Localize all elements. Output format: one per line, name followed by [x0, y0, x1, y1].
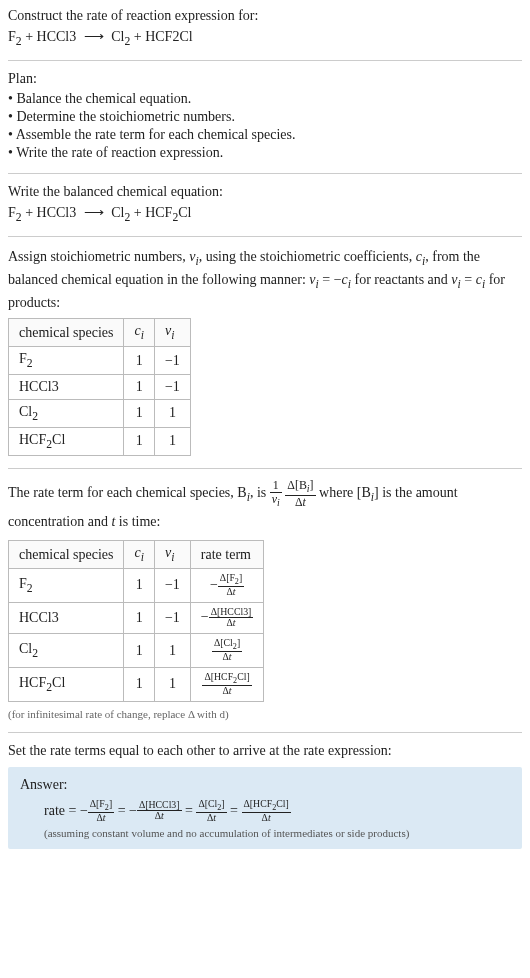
cell-nu: −1	[154, 347, 190, 375]
divider	[8, 468, 522, 469]
cell-species: F2	[9, 568, 124, 602]
th-c: ci	[124, 541, 154, 569]
th-rate: rate term	[190, 541, 264, 569]
final-section: Set the rate terms equal to each other t…	[8, 743, 522, 850]
divider	[8, 732, 522, 733]
cell-rate: Δ[HCF2Cl]Δt	[190, 667, 264, 701]
balanced-heading: Write the balanced chemical equation:	[8, 184, 522, 200]
balanced-equation: F2 + HCCl3 ⟶ Cl2 + HCF2Cl	[8, 204, 522, 224]
divider	[8, 236, 522, 237]
cell-c: 1	[124, 667, 154, 701]
th-nu: νi	[154, 319, 190, 347]
cell-rate: −Δ[HCCl3]Δt	[190, 602, 264, 634]
divider	[8, 173, 522, 174]
balanced-section: Write the balanced chemical equation: F2…	[8, 184, 522, 224]
plan-item-text: Balance the chemical equation.	[16, 91, 191, 106]
final-heading: Set the rate terms equal to each other t…	[8, 743, 522, 759]
table-row: HCF2Cl 1 1 Δ[HCF2Cl]Δt	[9, 667, 264, 701]
rateterm-heading: The rate term for each chemical species,…	[8, 479, 522, 535]
plan-item: • Balance the chemical equation.	[8, 91, 522, 107]
answer-note: (assuming constant volume and no accumul…	[20, 827, 510, 839]
cell-species: HCF2Cl	[9, 667, 124, 701]
cell-species: HCF2Cl	[9, 427, 124, 455]
th-species: chemical species	[9, 319, 124, 347]
plan-item-text: Determine the stoichiometric numbers.	[16, 109, 235, 124]
plan-item: • Determine the stoichiometric numbers.	[8, 109, 522, 125]
cell-c: 1	[124, 400, 154, 428]
plan-item: • Write the rate of reaction expression.	[8, 145, 522, 161]
table-header-row: chemical species ci νi rate term	[9, 541, 264, 569]
answer-expression: rate = −Δ[F2]Δt = −Δ[HCCl3]Δt = Δ[Cl2]Δt…	[20, 799, 510, 824]
plan-section: Plan: • Balance the chemical equation. •…	[8, 71, 522, 161]
stoich-section: Assign stoichiometric numbers, νi, using…	[8, 247, 522, 456]
cell-c: 1	[124, 568, 154, 602]
stoich-heading: Assign stoichiometric numbers, νi, using…	[8, 247, 522, 313]
cell-species: Cl2	[9, 400, 124, 428]
cell-c: 1	[124, 347, 154, 375]
intro-section: Construct the rate of reaction expressio…	[8, 8, 522, 48]
cell-nu: 1	[154, 427, 190, 455]
cell-species: F2	[9, 347, 124, 375]
cell-rate: Δ[Cl2]Δt	[190, 634, 264, 668]
plan-item-text: Assemble the rate term for each chemical…	[16, 127, 296, 142]
plan-item-text: Write the rate of reaction expression.	[16, 145, 223, 160]
cell-nu: −1	[154, 602, 190, 634]
cell-nu: 1	[154, 400, 190, 428]
cell-species: Cl2	[9, 634, 124, 668]
intro-prompt: Construct the rate of reaction expressio…	[8, 8, 522, 24]
plan-list: • Balance the chemical equation. • Deter…	[8, 91, 522, 161]
table-row: F2 1 −1 −Δ[F2]Δt	[9, 568, 264, 602]
plan-item: • Assemble the rate term for each chemic…	[8, 127, 522, 143]
rateterm-note: (for infinitesimal rate of change, repla…	[8, 708, 522, 720]
table-row: HCCl3 1 −1 −Δ[HCCl3]Δt	[9, 602, 264, 634]
table-row: Cl2 1 1 Δ[Cl2]Δt	[9, 634, 264, 668]
cell-nu: 1	[154, 667, 190, 701]
cell-c: 1	[124, 427, 154, 455]
cell-c: 1	[124, 634, 154, 668]
table-row: HCF2Cl 1 1	[9, 427, 191, 455]
cell-c: 1	[124, 375, 154, 400]
th-species: chemical species	[9, 541, 124, 569]
rateterm-table: chemical species ci νi rate term F2 1 −1…	[8, 540, 264, 701]
table-row: F2 1 −1	[9, 347, 191, 375]
th-c: ci	[124, 319, 154, 347]
cell-species: HCCl3	[9, 602, 124, 634]
th-nu: νi	[154, 541, 190, 569]
rateterm-section: The rate term for each chemical species,…	[8, 479, 522, 720]
cell-nu: −1	[154, 375, 190, 400]
intro-equation: F2 + HCCl3 ⟶ Cl2 + HCF2Cl	[8, 28, 522, 48]
cell-nu: −1	[154, 568, 190, 602]
table-row: HCCl3 1 −1	[9, 375, 191, 400]
answer-box: Answer: rate = −Δ[F2]Δt = −Δ[HCCl3]Δt = …	[8, 767, 522, 850]
table-row: Cl2 1 1	[9, 400, 191, 428]
table-header-row: chemical species ci νi	[9, 319, 191, 347]
divider	[8, 60, 522, 61]
cell-c: 1	[124, 602, 154, 634]
stoich-table: chemical species ci νi F2 1 −1 HCCl3 1 −…	[8, 318, 191, 455]
cell-rate: −Δ[F2]Δt	[190, 568, 264, 602]
plan-heading: Plan:	[8, 71, 522, 87]
cell-nu: 1	[154, 634, 190, 668]
cell-species: HCCl3	[9, 375, 124, 400]
answer-label: Answer:	[20, 777, 510, 793]
